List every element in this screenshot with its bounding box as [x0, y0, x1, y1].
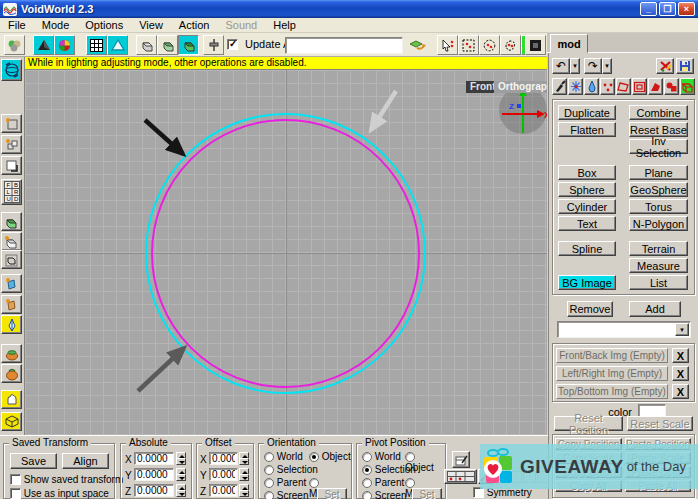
face-mode-icon[interactable]: [632, 78, 647, 95]
soft-selection-icon[interactable]: [568, 78, 583, 95]
stats-table-icon[interactable]: [452, 451, 470, 468]
bg-image-button[interactable]: BG Image: [558, 275, 616, 290]
menu-view[interactable]: View: [131, 18, 171, 32]
geosphere-button[interactable]: GeoSphere: [629, 182, 688, 197]
material-sphere-icon[interactable]: [54, 35, 75, 55]
pivot-set-button[interactable]: Set: [412, 488, 442, 499]
spline-button[interactable]: Spline: [558, 241, 616, 256]
save-icon[interactable]: [676, 58, 694, 74]
minimize-button[interactable]: _: [640, 2, 657, 16]
object-mode-icon[interactable]: [680, 78, 695, 95]
left-right-clear-button[interactable]: X: [672, 366, 689, 381]
orientation-screen-radio[interactable]: Screen: [264, 490, 308, 499]
absolute-x-down[interactable]: [176, 458, 186, 465]
cylinder-button[interactable]: Cylinder: [558, 199, 616, 214]
offset-y-input[interactable]: [209, 468, 238, 481]
wire-cube-icon[interactable]: [1, 250, 22, 269]
delete-icon[interactable]: [656, 58, 674, 74]
absolute-y-down[interactable]: [176, 474, 186, 481]
box-button[interactable]: Box: [558, 165, 616, 180]
orientation-world-radio[interactable]: World: [264, 451, 303, 462]
menu-help[interactable]: Help: [265, 18, 304, 32]
offset-z-down[interactable]: [239, 490, 249, 497]
slider-tool-icon[interactable]: [203, 35, 224, 55]
duplicate-button[interactable]: Duplicate: [558, 105, 616, 120]
light-arrow-2[interactable]: [371, 91, 396, 130]
redo-dropdown-icon[interactable]: ▾: [602, 58, 612, 74]
pick-select-icon[interactable]: [437, 35, 458, 55]
lasso-select-icon[interactable]: [500, 35, 521, 55]
absolute-z-down[interactable]: [176, 490, 186, 497]
orientation-parent-radio[interactable]: Parent: [264, 477, 306, 488]
inv-selection-button[interactable]: Inv Selection: [629, 139, 688, 154]
viewport[interactable]: While in lighting adjusting mode, other …: [25, 57, 547, 435]
reset-scale-button[interactable]: Reset Scale: [627, 416, 693, 431]
menu-mode[interactable]: Mode: [34, 18, 78, 32]
text-button[interactable]: Text: [558, 216, 616, 231]
remove-button[interactable]: Remove: [567, 301, 613, 317]
white-cube-icon[interactable]: [1, 232, 22, 251]
bg-image-combobox[interactable]: [557, 321, 691, 338]
terrain-button[interactable]: Terrain: [629, 241, 688, 256]
perspective-view-icon[interactable]: [107, 35, 128, 55]
element-mode-icon[interactable]: [664, 78, 679, 95]
pivot-selection-radio[interactable]: Selection: [362, 464, 416, 475]
update-all-views-box[interactable]: [227, 39, 238, 50]
restore-button[interactable]: ❐: [659, 2, 676, 16]
lattice-tool-icon[interactable]: [1, 412, 22, 431]
projection-label[interactable]: Orthographic: [494, 81, 547, 93]
material-dropdown-icon[interactable]: [406, 35, 427, 55]
orientation-set-button[interactable]: Set: [317, 488, 347, 499]
undo-icon[interactable]: ↶: [552, 58, 570, 74]
paint-pitcher-2-icon[interactable]: [1, 295, 22, 314]
cube-wire-icon[interactable]: [136, 35, 157, 55]
front-back-img-button[interactable]: Front/Back Img (Empty): [556, 348, 668, 363]
grid-view-icon[interactable]: [86, 35, 107, 55]
view-letters-grid-icon[interactable]: FB LR UD: [1, 179, 22, 205]
marker-objects-icon[interactable]: [1, 135, 22, 154]
lighting-mode-icon[interactable]: [1, 59, 22, 81]
corner-square-icon[interactable]: [1, 156, 22, 175]
absolute-z-input[interactable]: [134, 484, 174, 497]
flatten-button[interactable]: Flatten: [558, 122, 616, 137]
plane-button[interactable]: Plane: [629, 165, 688, 180]
top-bottom-img-button[interactable]: Top/Bottom Img (Empty): [556, 384, 668, 399]
region-select-icon[interactable]: [525, 35, 546, 55]
light-arrow-1[interactable]: [145, 120, 183, 154]
cube-shaded-icon[interactable]: [157, 35, 178, 55]
orientation-selection-radio[interactable]: Selection: [264, 464, 318, 475]
circle-select-icon[interactable]: [479, 35, 500, 55]
menu-options[interactable]: Options: [77, 18, 131, 32]
top-bottom-clear-button[interactable]: X: [672, 384, 689, 399]
combobox-dropdown-icon[interactable]: ▾: [675, 323, 689, 336]
menu-file[interactable]: File: [0, 18, 34, 32]
add-button[interactable]: Add: [629, 301, 681, 317]
torus-button[interactable]: Torus: [629, 199, 688, 214]
brush-tool-icon[interactable]: [552, 78, 567, 95]
save-button[interactable]: Save: [10, 453, 57, 469]
edge-mode-icon[interactable]: [616, 78, 631, 95]
polygon-mode-icon[interactable]: [648, 78, 663, 95]
pivot-world-radio[interactable]: World: [362, 451, 401, 462]
measure-button[interactable]: Measure: [629, 258, 688, 273]
list-button[interactable]: List: [629, 275, 688, 290]
left-right-img-button[interactable]: Left/Right Img (Empty): [556, 366, 668, 381]
cube-textured-icon[interactable]: [178, 35, 199, 55]
n-polygon-button[interactable]: N-Polygon: [629, 216, 688, 231]
clay-pot-icon[interactable]: [1, 344, 22, 363]
pivot-screen-radio[interactable]: Screen: [362, 490, 406, 499]
redo-icon[interactable]: ↷: [584, 58, 602, 74]
vertex-mode-icon[interactable]: [600, 78, 615, 95]
hand-tool-icon[interactable]: [1, 390, 22, 409]
close-button[interactable]: ×: [678, 2, 695, 16]
absolute-x-input[interactable]: [134, 452, 174, 465]
menu-action[interactable]: Action: [171, 18, 218, 32]
rect-select-icon[interactable]: [458, 35, 479, 55]
absolute-y-input[interactable]: [134, 468, 174, 481]
clay-pot-2-icon[interactable]: [1, 364, 22, 383]
shaded-view-icon[interactable]: [33, 35, 54, 55]
pivot-parent-radio[interactable]: Parent: [362, 477, 404, 488]
align-button[interactable]: Align: [62, 453, 109, 469]
reset-position-button[interactable]: Reset Position: [554, 416, 623, 431]
offset-y-down[interactable]: [239, 474, 249, 481]
